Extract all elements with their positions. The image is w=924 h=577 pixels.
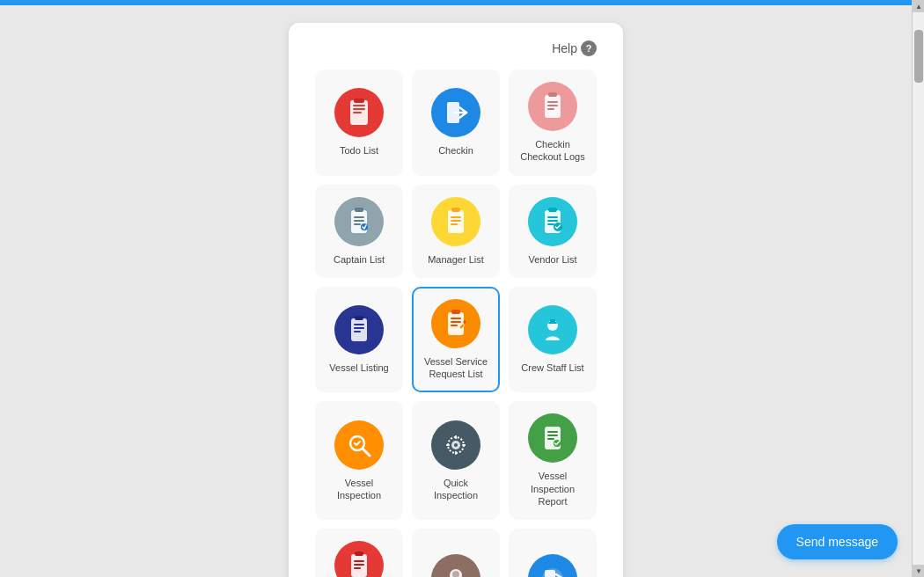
svg-rect-52 bbox=[547, 438, 554, 440]
svg-rect-9 bbox=[547, 105, 558, 106]
svg-rect-1 bbox=[353, 105, 365, 106]
grid-item-vendor-list[interactable]: Vendor List bbox=[509, 185, 597, 278]
grid-item-my-profile[interactable]: My Profile bbox=[412, 529, 500, 577]
grid-item-vessel-inspection-report[interactable]: Vessel Inspection Report bbox=[509, 401, 597, 520]
checkin-label: Checkin bbox=[438, 144, 473, 157]
vendor-list-label: Vendor List bbox=[528, 253, 576, 266]
grid-item-captain-list[interactable]: Captain List bbox=[315, 185, 403, 278]
manager-list-icon bbox=[431, 197, 480, 246]
grid: Todo List Checkin bbox=[315, 69, 597, 577]
svg-rect-10 bbox=[547, 108, 554, 110]
svg-rect-62 bbox=[545, 570, 555, 577]
todo-list-label: Todo List bbox=[340, 144, 378, 157]
manager-list-label: Manager List bbox=[428, 253, 484, 266]
svg-rect-26 bbox=[547, 223, 554, 225]
checkin-icon bbox=[431, 88, 480, 137]
svg-rect-30 bbox=[354, 324, 364, 325]
grid-item-todo-list[interactable]: Todo List bbox=[315, 69, 403, 176]
checkin-checkout-logs-label: Checkin Checkout Logs bbox=[517, 138, 588, 164]
vessel-service-request-list-label: Vessel Service Request List bbox=[421, 355, 491, 381]
svg-rect-18 bbox=[451, 208, 460, 212]
svg-rect-4 bbox=[354, 99, 364, 103]
svg-rect-19 bbox=[451, 216, 461, 218]
todo-list-icon bbox=[334, 88, 384, 137]
logout-icon bbox=[528, 554, 577, 577]
svg-rect-2 bbox=[353, 108, 365, 110]
svg-rect-58 bbox=[354, 567, 361, 569]
svg-rect-57 bbox=[354, 564, 364, 566]
scrollbar-thumb[interactable] bbox=[914, 30, 923, 83]
svg-rect-12 bbox=[355, 208, 363, 212]
vessel-inspection-report-icon bbox=[528, 413, 577, 463]
crew-staff-list-icon bbox=[528, 305, 577, 354]
svg-rect-24 bbox=[547, 216, 558, 218]
vessel-inspection-report-label: Vessel Inspection Report bbox=[517, 470, 588, 508]
svg-rect-40 bbox=[550, 319, 555, 323]
svg-rect-7 bbox=[548, 92, 557, 97]
svg-rect-8 bbox=[547, 101, 558, 103]
svg-rect-33 bbox=[448, 312, 464, 335]
grid-item-logout[interactable]: Logout bbox=[509, 529, 597, 577]
help-label: Help bbox=[552, 41, 577, 55]
svg-rect-21 bbox=[451, 223, 458, 225]
send-message-button[interactable]: Send message bbox=[777, 524, 898, 559]
svg-rect-47 bbox=[446, 444, 450, 446]
svg-rect-50 bbox=[547, 431, 558, 433]
svg-rect-56 bbox=[354, 560, 364, 562]
vessel-inspection-detail-report-icon bbox=[334, 541, 384, 577]
svg-rect-48 bbox=[462, 444, 466, 446]
svg-rect-13 bbox=[354, 216, 364, 218]
svg-rect-46 bbox=[455, 451, 457, 455]
help-icon[interactable]: ? bbox=[581, 40, 597, 56]
svg-rect-32 bbox=[354, 331, 361, 332]
svg-rect-14 bbox=[354, 220, 364, 222]
svg-rect-37 bbox=[451, 325, 458, 326]
vessel-listing-icon bbox=[334, 305, 384, 354]
vessel-inspection-label: Vessel Inspection bbox=[324, 477, 394, 502]
vessel-listing-label: Vessel Listing bbox=[329, 362, 388, 374]
svg-rect-23 bbox=[548, 208, 557, 212]
svg-rect-45 bbox=[455, 435, 457, 439]
svg-rect-28 bbox=[351, 318, 367, 341]
help-row: Help ? bbox=[315, 40, 597, 56]
scrollbar[interactable]: ▲ ▼ bbox=[912, 0, 924, 577]
svg-rect-36 bbox=[451, 321, 461, 323]
my-profile-icon bbox=[431, 554, 480, 577]
checkin-checkout-logs-icon bbox=[528, 82, 577, 131]
captain-list-label: Captain List bbox=[334, 253, 385, 266]
svg-rect-29 bbox=[355, 316, 363, 320]
svg-rect-34 bbox=[451, 310, 460, 314]
grid-item-crew-staff-list[interactable]: Crew Staff List bbox=[509, 287, 597, 393]
grid-item-vessel-inspection-detail-report[interactable]: Vessel Inspection Detail Report bbox=[315, 529, 403, 577]
vessel-inspection-icon bbox=[334, 420, 384, 470]
scrollbar-arrow-down[interactable]: ▼ bbox=[913, 565, 924, 577]
svg-rect-3 bbox=[353, 112, 362, 113]
card-container: Help ? Todo List bbox=[289, 23, 623, 577]
grid-item-manager-list[interactable]: Manager List bbox=[412, 185, 500, 278]
svg-point-16 bbox=[361, 223, 368, 230]
quick-inspection-label: Quick Inspection bbox=[421, 477, 491, 502]
grid-item-vessel-listing[interactable]: Vessel Listing bbox=[315, 287, 403, 393]
vessel-service-request-list-icon bbox=[431, 299, 480, 348]
svg-rect-15 bbox=[354, 223, 361, 225]
svg-rect-25 bbox=[547, 220, 558, 222]
quick-inspection-icon bbox=[431, 420, 480, 470]
grid-item-checkin[interactable]: Checkin bbox=[412, 69, 500, 176]
svg-rect-51 bbox=[547, 435, 558, 436]
svg-rect-55 bbox=[355, 551, 363, 556]
vendor-list-icon bbox=[528, 197, 577, 246]
svg-rect-20 bbox=[451, 220, 461, 222]
svg-point-44 bbox=[454, 443, 458, 447]
main-container: Help ? Todo List bbox=[0, 5, 912, 577]
svg-rect-35 bbox=[451, 318, 461, 319]
grid-item-vessel-service-request-list[interactable]: Vessel Service Request List bbox=[412, 287, 500, 393]
scrollbar-arrow-up[interactable]: ▲ bbox=[913, 0, 924, 12]
grid-item-quick-inspection[interactable]: Quick Inspection bbox=[412, 401, 500, 520]
svg-rect-31 bbox=[354, 327, 364, 329]
grid-item-vessel-inspection[interactable]: Vessel Inspection bbox=[315, 401, 403, 520]
grid-item-checkin-checkout-logs[interactable]: Checkin Checkout Logs bbox=[509, 69, 597, 176]
crew-staff-list-label: Crew Staff List bbox=[521, 362, 583, 374]
captain-list-icon bbox=[334, 197, 384, 246]
